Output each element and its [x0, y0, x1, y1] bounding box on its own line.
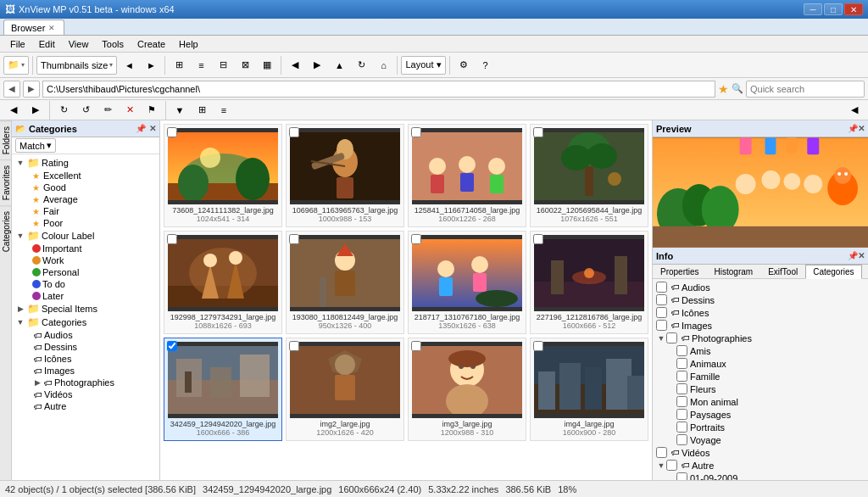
- thumbnail-item-2[interactable]: 125841_1166714058_large.jpg1600x1226 - 2…: [408, 124, 526, 227]
- nav-up-btn[interactable]: ▲: [329, 55, 349, 75]
- thumb-checkbox-0[interactable]: [167, 127, 177, 137]
- view-btn-1[interactable]: ⊞: [169, 55, 189, 75]
- tree-item-rating[interactable]: ▼ 📁 Rating: [12, 156, 159, 170]
- filter-btn[interactable]: ▼: [170, 100, 190, 120]
- thumbnail-item-6[interactable]: 218717_1310767180_large.jpg1350x1626 - 6…: [408, 231, 526, 334]
- cb-photographies[interactable]: [666, 332, 677, 343]
- thumbnail-item-7[interactable]: 227196_1212816786_large.jpg1600x666 - 51…: [530, 231, 648, 334]
- preview-close-btn[interactable]: ✕: [858, 124, 865, 133]
- quick-search-input[interactable]: [746, 81, 865, 98]
- info-tree-2009[interactable]: 01-09-2009: [653, 472, 868, 480]
- browser-tab[interactable]: Browser ✕: [3, 20, 64, 35]
- cb-icones[interactable]: [656, 307, 667, 318]
- info-tree-videos[interactable]: 🏷 Vidéos: [653, 446, 868, 459]
- info-tree-autre[interactable]: ▼ 🏷 Autre: [653, 459, 868, 472]
- tree-item-poor[interactable]: ★ Poor: [12, 217, 159, 229]
- cb-mon-animal[interactable]: [676, 396, 687, 407]
- tab-close-icon[interactable]: ✕: [48, 24, 55, 32]
- grid-view-btn[interactable]: ⊞: [192, 100, 212, 120]
- tree-item-colour-label[interactable]: ▼ 📁 Colour Label: [12, 229, 159, 243]
- info-tree-animaux[interactable]: Animaux: [653, 357, 868, 370]
- filter-nav-back[interactable]: ◀: [3, 100, 24, 120]
- tree-item-categories-root[interactable]: ▼ 📁 Categories: [12, 316, 159, 329]
- tab-exiftool[interactable]: ExifTool: [760, 265, 805, 278]
- thumb-checkbox-9[interactable]: [289, 341, 299, 351]
- favorites-tab[interactable]: Favorites: [0, 159, 11, 205]
- info-tree-dessins[interactable]: 🏷 Dessins: [653, 293, 868, 306]
- collapse-btn[interactable]: ◀: [844, 100, 865, 120]
- tree-item-images[interactable]: 🏷 Images: [12, 365, 159, 377]
- addr-forward-btn[interactable]: ▶: [23, 81, 40, 98]
- rotate-ccw-btn[interactable]: ↺: [75, 100, 96, 120]
- rotate-cw-btn[interactable]: ↻: [53, 100, 74, 120]
- tree-item-videos[interactable]: 🏷 Vidéos: [12, 388, 159, 400]
- size-decrease-btn[interactable]: ◄: [119, 55, 139, 75]
- panel-pin-btn[interactable]: 📌: [136, 124, 146, 133]
- info-pin-btn[interactable]: 📌: [848, 251, 858, 260]
- thumb-checkbox-5[interactable]: [289, 234, 299, 244]
- thumb-checkbox-8[interactable]: [167, 341, 177, 351]
- info-tree-famille[interactable]: Famille: [653, 370, 868, 383]
- tree-item-average[interactable]: ★ Average: [12, 193, 159, 205]
- tree-item-important[interactable]: Important: [12, 243, 159, 254]
- thumb-checkbox-6[interactable]: [411, 234, 421, 244]
- bookmark-star-icon[interactable]: ★: [718, 82, 729, 96]
- panel-close-btn[interactable]: ✕: [149, 124, 156, 133]
- cb-videos[interactable]: [656, 447, 667, 458]
- view-btn-4[interactable]: ⊠: [235, 55, 255, 75]
- tree-item-icones[interactable]: 🏷 Icônes: [12, 353, 159, 365]
- cb-images[interactable]: [656, 320, 667, 331]
- info-tree-icones[interactable]: 🏷 Icônes: [653, 306, 868, 319]
- tree-item-dessins[interactable]: 🏷 Dessins: [12, 341, 159, 353]
- tree-item-special[interactable]: ▶ 📁 Special Items: [12, 302, 159, 316]
- flag-btn[interactable]: ⚑: [142, 100, 162, 120]
- tab-categories[interactable]: Categories: [805, 265, 861, 279]
- cb-dessins[interactable]: [656, 294, 667, 305]
- layout-dropdown[interactable]: Layout ▾: [401, 56, 445, 75]
- thumbnail-item-5[interactable]: 193080_1180812449_large.jpg950x1326 - 40…: [286, 231, 404, 334]
- cb-autre[interactable]: [666, 460, 677, 471]
- edit-btn[interactable]: ✏: [97, 100, 118, 120]
- thumbnail-item-3[interactable]: 160022_1205695844_large.jpg1076x1626 - 5…: [530, 124, 648, 227]
- thumb-checkbox-11[interactable]: [533, 341, 543, 351]
- thumb-checkbox-10[interactable]: [411, 341, 421, 351]
- size-increase-btn[interactable]: ►: [141, 55, 161, 75]
- maximize-button[interactable]: □: [824, 3, 843, 15]
- thumbnail-item-4[interactable]: 192998_1279734291_large.jpg1088x1626 - 6…: [164, 231, 282, 334]
- thumbnail-item-1[interactable]: 106968_1163965763_large.jpg1000x988 - 15…: [286, 124, 404, 227]
- close-button[interactable]: ✕: [844, 3, 863, 15]
- tab-histogram[interactable]: Histogram: [707, 265, 761, 278]
- filter-nav-forward[interactable]: ▶: [25, 100, 46, 120]
- thumb-checkbox-2[interactable]: [411, 127, 421, 137]
- thumbnails-size-dropdown[interactable]: Thumbnails size ▾: [36, 56, 117, 75]
- cb-fleurs[interactable]: [676, 383, 687, 394]
- addr-back-btn[interactable]: ◀: [3, 81, 20, 98]
- list-view-btn[interactable]: ≡: [214, 100, 234, 120]
- thumbnail-item-9[interactable]: img2_large.jpg1200x1626 - 420: [286, 338, 404, 441]
- tab-properties[interactable]: Properties: [653, 265, 707, 278]
- info-tree-audios[interactable]: 🏷 Audios: [653, 281, 868, 293]
- cb-famille[interactable]: [676, 371, 687, 382]
- info-tree-images[interactable]: 🏷 Images: [653, 319, 868, 332]
- info-tree-photographies[interactable]: ▼ 🏷 Photographies: [653, 332, 868, 344]
- tree-item-excellent[interactable]: ★ Excellent: [12, 170, 159, 181]
- thumbnail-item-10[interactable]: img3_large.jpg1200x988 - 310: [408, 338, 526, 441]
- info-tree-amis[interactable]: Amis: [653, 344, 868, 357]
- minimize-button[interactable]: ─: [804, 3, 822, 15]
- cb-animaux[interactable]: [676, 358, 687, 369]
- folders-tab[interactable]: Folders: [0, 120, 11, 159]
- nav-refresh-btn[interactable]: ↻: [351, 55, 371, 75]
- menu-tools[interactable]: Tools: [95, 37, 131, 51]
- tree-item-photographies[interactable]: ▶ 🏷 Photographies: [12, 377, 159, 388]
- nav-home-btn[interactable]: ⌂: [373, 55, 393, 75]
- match-dropdown[interactable]: Match ▾: [15, 138, 56, 153]
- menu-view[interactable]: View: [62, 37, 96, 51]
- thumb-checkbox-3[interactable]: [533, 127, 543, 137]
- tree-item-autre[interactable]: 🏷 Autre: [12, 400, 159, 412]
- help-btn[interactable]: ?: [476, 55, 496, 75]
- info-tree-paysages[interactable]: Paysages: [653, 408, 868, 421]
- menu-file[interactable]: File: [3, 37, 32, 51]
- thumbnail-item-11[interactable]: img4_large.jpg1600x900 - 280: [530, 338, 648, 441]
- folder-dropdown[interactable]: 📁 ▾: [3, 56, 29, 75]
- cb-amis[interactable]: [676, 345, 687, 356]
